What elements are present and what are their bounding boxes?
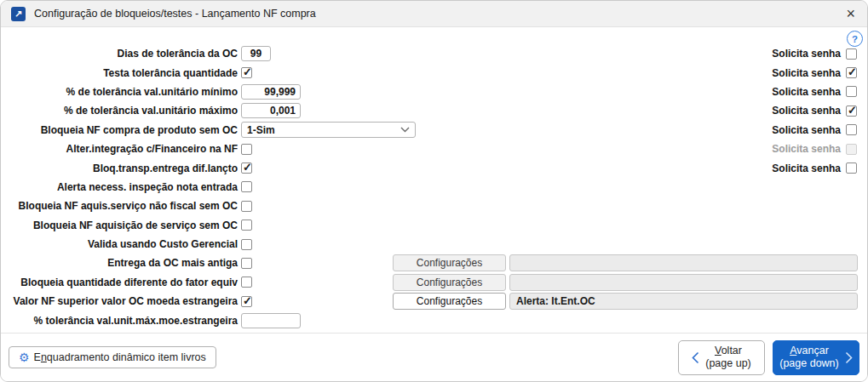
window-title: Configuração de bloqueios/testes - Lança… xyxy=(34,8,316,20)
voltar-label: Voltar(page up) xyxy=(705,345,751,370)
bloqueia-qtd-fator-equiv-checkbox[interactable] xyxy=(241,277,252,288)
config-group: Configurações xyxy=(393,254,858,271)
field-label: % tolerância val.unit.máx.moe.estrangeir… xyxy=(4,315,238,327)
field-label: Dias de tolerância da OC xyxy=(4,48,238,60)
solicita-senha-checkbox-5[interactable] xyxy=(846,124,857,135)
form-row: Bloqueia NF aquis.serviço não fiscal sem… xyxy=(4,197,867,215)
bloqueia-nf-compra-sem-oc-select[interactable]: 1-Sim xyxy=(241,122,416,138)
dias-tolerancia-oc-input[interactable] xyxy=(241,46,271,61)
enquadramento-dinamico-button[interactable]: ⚙ Enquadramento dinâmico item livros xyxy=(9,346,216,368)
solicita-senha-checkbox-6 xyxy=(846,144,857,155)
config-field-2 xyxy=(509,274,858,291)
dialog-window: ↗ Configuração de bloqueios/testes - Lan… xyxy=(0,0,868,382)
dialog-body: ? Dias de tolerância da OC Solicita senh… xyxy=(1,27,867,335)
solicita-senha-checkbox-4[interactable] xyxy=(846,105,857,117)
gears-icon: ⚙ xyxy=(19,351,30,363)
form-row: % tolerância val.unit.máx.moe.estrangeir… xyxy=(4,311,867,329)
voltar-button[interactable]: Voltar(page up) xyxy=(678,340,765,375)
field-label: Valor NF superior valor OC moeda estrang… xyxy=(4,295,238,307)
valida-custo-gerencial-checkbox[interactable] xyxy=(241,239,252,250)
config-group: Configurações xyxy=(393,274,858,291)
solicita-senha-label: Solicita senha xyxy=(772,105,841,117)
bloqueia-nf-aquisicao-servico-checkbox[interactable] xyxy=(241,220,252,231)
form-row: Testa tolerância quantidade Solicita sen… xyxy=(4,63,867,82)
alerta-inspecao-nota-entrada-checkbox[interactable] xyxy=(241,181,252,192)
app-icon: ↗ xyxy=(11,7,26,21)
close-icon[interactable]: × xyxy=(844,6,857,21)
solicita-senha-group: Solicita senha xyxy=(772,121,857,140)
form-row: Bloq.transp.entrega dif.lançto Solicita … xyxy=(4,158,867,177)
chevron-right-icon xyxy=(845,351,853,364)
solicita-senha-label: Solicita senha xyxy=(772,124,841,136)
field-label: Bloq.transp.entrega dif.lançto xyxy=(4,162,238,174)
solicita-senha-group: Solicita senha xyxy=(772,83,857,101)
field-label: Alerta necess. inspeção nota entrada xyxy=(4,181,238,193)
form-row: Bloqueia NF aquisição de serviço sem OC xyxy=(4,216,867,235)
config-field-3: Alerta: It.Ent.OC xyxy=(509,293,858,310)
configuracoes-button-3[interactable]: Configurações xyxy=(393,293,506,310)
solicita-senha-checkbox-1[interactable] xyxy=(846,48,857,60)
field-label: Valida usando Custo Gerencial xyxy=(4,238,238,250)
form-row: % de tolerância val.unitário máximo Soli… xyxy=(4,101,867,120)
alter-integracao-financeiro-checkbox[interactable] xyxy=(241,144,252,155)
field-label: % de tolerância val.unitário máximo xyxy=(4,105,238,117)
form-row: Valida usando Custo Gerencial xyxy=(4,235,867,254)
field-label: Testa tolerância quantidade xyxy=(4,67,238,79)
bloqueia-nf-aquis-servico-nao-fiscal-checkbox[interactable] xyxy=(241,201,252,212)
solicita-senha-group: Solicita senha xyxy=(772,140,857,158)
tolerancia-moe-estrangeira-input[interactable] xyxy=(241,313,301,328)
tolerancia-val-unitario-minimo-input[interactable] xyxy=(241,84,301,100)
solicita-senha-label: Solicita senha xyxy=(772,143,841,155)
solicita-senha-label: Solicita senha xyxy=(772,162,841,174)
field-label: Bloqueia NF aquis.serviço não fiscal sem… xyxy=(4,200,238,212)
avancar-button[interactable]: Avançar(page down) xyxy=(773,340,859,375)
testa-tolerancia-quantidade-checkbox[interactable] xyxy=(241,67,252,78)
avancar-label: Avançar(page down) xyxy=(779,345,839,370)
bloq-transp-entrega-checkbox[interactable] xyxy=(241,162,252,174)
field-label: Bloqueia NF aquisição de serviço sem OC xyxy=(4,220,238,231)
chevron-down-icon xyxy=(400,127,410,133)
form-row: Entrega da OC mais antiga Configurações xyxy=(4,254,867,272)
solicita-senha-label: Solicita senha xyxy=(772,86,841,98)
form-row: % de tolerância val.unitário mínimo Soli… xyxy=(4,83,867,101)
enquadramento-label: Enquadramento dinâmico item livros xyxy=(34,351,206,364)
form-row: Alter.integração c/Financeiro na NF Soli… xyxy=(4,140,867,158)
config-field-1 xyxy=(509,254,858,271)
field-label: % de tolerância val.unitário mínimo xyxy=(4,86,238,98)
solicita-senha-group: Solicita senha xyxy=(772,158,857,177)
title-bar: ↗ Configuração de bloqueios/testes - Lan… xyxy=(1,1,867,27)
solicita-senha-group: Solicita senha xyxy=(772,63,857,82)
entrega-oc-mais-antiga-checkbox[interactable] xyxy=(241,258,252,269)
configuracoes-button-1[interactable]: Configurações xyxy=(393,254,506,271)
form-row: Bloqueia NF compra de produto sem OC 1-S… xyxy=(4,121,867,140)
chevron-left-icon xyxy=(692,351,699,364)
solicita-senha-label: Solicita senha xyxy=(772,48,841,60)
tolerancia-val-unitario-maximo-input[interactable] xyxy=(241,103,301,118)
footer: ⚙ Enquadramento dinâmico item livros Vol… xyxy=(1,333,867,381)
form-row: Valor NF superior valor OC moeda estrang… xyxy=(4,292,867,311)
form-row: Dias de tolerância da OC Solicita senha xyxy=(4,44,867,63)
field-label: Bloqueia NF compra de produto sem OC xyxy=(4,124,238,136)
solicita-senha-checkbox-2[interactable] xyxy=(846,67,857,78)
field-label: Entrega da OC mais antiga xyxy=(4,257,238,269)
select-value: 1-Sim xyxy=(247,124,275,136)
solicita-senha-group: Solicita senha xyxy=(772,101,857,120)
form: Dias de tolerância da OC Solicita senha … xyxy=(1,27,867,330)
solicita-senha-label: Solicita senha xyxy=(772,67,841,79)
field-label: Bloqueia quantidade diferente do fator e… xyxy=(4,277,238,288)
form-row: Alerta necess. inspeção nota entrada xyxy=(4,178,867,197)
form-row: Bloqueia quantidade diferente do fator e… xyxy=(4,273,867,292)
valor-nf-superior-oc-moeda-checkbox[interactable] xyxy=(241,296,252,307)
config-group: Configurações Alerta: It.Ent.OC xyxy=(393,293,858,310)
solicita-senha-group: Solicita senha xyxy=(772,44,857,63)
field-label: Alter.integração c/Financeiro na NF xyxy=(4,143,238,155)
solicita-senha-checkbox-3[interactable] xyxy=(846,86,857,97)
configuracoes-button-2[interactable]: Configurações xyxy=(393,274,506,291)
solicita-senha-checkbox-7[interactable] xyxy=(846,162,857,174)
